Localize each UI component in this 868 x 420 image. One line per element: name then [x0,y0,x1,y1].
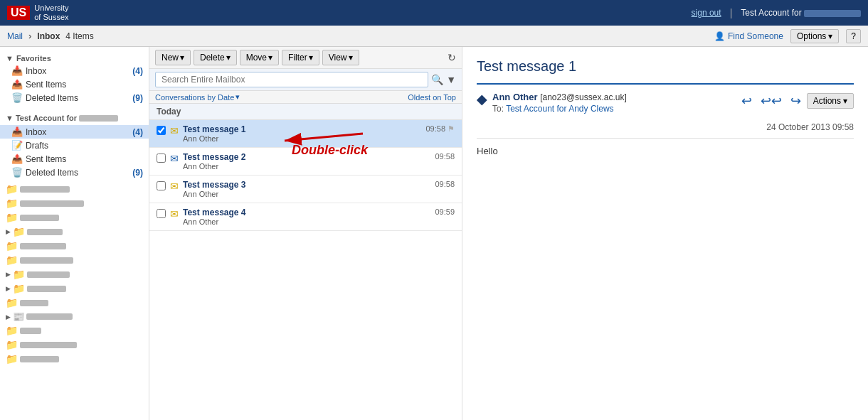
folder-item-4[interactable]: ▶ 📁 [0,225,149,239]
folder-3-label [20,215,59,221]
folder-item-1[interactable]: 📁 [0,182,149,196]
message-2-sender: Ann Other [183,162,430,171]
message-3-content: Test message 3 Ann Other [183,180,430,198]
email-header-actions: ↩ ↩↩ ↪ Actions ▾ [739,92,854,110]
folder-item-rss[interactable]: ▶ 📰 [0,310,149,323]
folder-7-label [27,271,70,278]
options-button[interactable]: Options ▾ [790,29,839,43]
reply-all-button[interactable]: ↩↩ [758,92,785,110]
view-chevron-icon: ▾ [349,53,353,63]
email-title: Test message 1 [477,58,854,75]
forward-button[interactable]: ↪ [788,92,804,110]
reading-pane: Test message 1 ◆ Ann Other [ano23@sussex… [462,47,868,420]
folder-item-3[interactable]: 📁 [0,210,149,225]
message-item-2[interactable]: ✉ Test message 2 Ann Other 09:58 [149,148,462,176]
drafts-account-icon: 📝 [11,140,23,151]
email-sender-info: Ann Other [ano23@sussex.ac.uk] To: Test … [492,92,739,114]
reply-button[interactable]: ↩ [739,92,755,110]
actions-menu-button[interactable]: Actions ▾ [807,93,854,109]
sent-account-icon: 📤 [11,154,23,164]
message-2-envelope-icon: ✉ [170,153,179,164]
message-4-subject: Test message 4 [183,208,430,217]
folder-item-10[interactable]: 📁 [0,323,149,338]
account-info: Test Account for [741,8,861,18]
filter-button[interactable]: Filter ▾ [282,50,319,65]
message-1-time: 09:58 [420,124,445,133]
new-chevron-icon: ▾ [180,53,184,63]
move-button[interactable]: Move ▾ [240,50,279,65]
folder-11-label [20,342,77,348]
folder-5-label [20,243,66,249]
delete-chevron-icon: ▾ [226,53,231,63]
message-4-content: Test message 4 Ann Other [183,208,430,226]
email-sender-email: [ano23@sussex.ac.uk] [540,92,627,102]
message-3-checkbox[interactable] [157,181,166,190]
deleted-favorites-icon: 🗑️ [11,92,23,103]
find-someone-link[interactable]: 👤 Find Someone [714,31,783,41]
inbox-count: 4 Items [65,31,93,41]
conversations-sort-link[interactable]: Conversations by Date ▾ [155,92,240,102]
message-3-subject: Test message 3 [183,180,430,190]
logo-box: US [7,6,30,20]
email-to: To: Test Account for Andy Clews [492,104,739,114]
folder-item-6[interactable]: 📁 [0,253,149,267]
folder-item-12[interactable]: 📁 [0,352,149,366]
sidebar-item-inbox-favorites[interactable]: 📥 Inbox (4) [0,64,149,77]
message-1-envelope-icon: ✉ [170,125,179,136]
message-1-checkbox[interactable] [157,126,166,135]
folder-item-7[interactable]: ▶ 📁 [0,267,149,281]
message-1-subject: Test message 1 [183,124,420,134]
folder-list: 📁 📁 📁 ▶ 📁 📁 📁 [0,182,149,366]
inbox-favorites-icon: 📥 [11,65,23,76]
email-sender-name: Ann Other [492,92,538,102]
message-list-panel: New ▾ Delete ▾ Move ▾ Filter ▾ View ▾ ↻ [149,47,462,420]
folder-2-icon: 📁 [6,198,18,209]
help-button[interactable]: ? [846,29,861,43]
email-to-address[interactable]: Test Account for Andy Clews [506,104,613,114]
mail-link[interactable]: Mail [7,31,23,41]
sidebar-item-deleted-account[interactable]: 🗑️ Deleted Items (9) [0,166,149,179]
folder-5-icon: 📁 [6,240,18,252]
folder-item-2[interactable]: 📁 [0,196,149,210]
triangle-rss: ▶ [6,313,11,321]
message-1-flag-icon[interactable]: ⚑ [448,124,455,134]
folder-12-icon: 📁 [6,353,18,365]
sidebar-item-inbox-account[interactable]: 📥 Inbox (4) [0,125,149,139]
message-4-time: 09:59 [430,208,455,216]
search-input[interactable] [155,72,428,87]
delete-button[interactable]: Delete ▾ [194,50,237,65]
folder-rss-label [26,313,73,320]
folder-10-label [20,328,41,334]
folder-item-8[interactable]: ▶ 📁 [0,281,149,296]
message-item-3[interactable]: ✉ Test message 3 Ann Other 09:58 [149,176,462,203]
message-2-checkbox[interactable] [157,154,166,163]
message-item-4[interactable]: ✉ Test message 4 Ann Other 09:59 [149,203,462,231]
sidebar-item-sent-account[interactable]: 📤 Sent Items [0,152,149,166]
university-name: Universityof Sussex [34,4,68,22]
folder-7-icon: 📁 [13,269,25,280]
sidebar-item-sent-favorites[interactable]: 📤 Sent Items [0,77,149,91]
new-button[interactable]: New ▾ [155,50,191,65]
search-submit-button[interactable]: 🔍 [431,74,443,85]
message-4-checkbox[interactable] [157,209,166,218]
date-group-today: Today [149,104,462,120]
options-chevron-icon: ▾ [828,31,832,41]
conversations-sort-chevron: ▾ [235,92,240,102]
sign-out-link[interactable]: sign out [692,8,721,18]
logo-area: US Universityof Sussex [7,4,69,22]
folder-item-11[interactable]: 📁 [0,338,149,352]
message-3-sender: Ann Other [183,190,430,198]
order-sort-link[interactable]: Oldest on Top [408,93,456,102]
deleted-account-icon: 🗑️ [11,167,23,178]
rss-icon: 📰 [13,311,24,322]
message-item-1[interactable]: ✉ Test message 1 Ann Other 09:58 ⚑ [149,120,462,148]
folder-item-9[interactable]: 📁 [0,296,149,310]
folder-9-icon: 📁 [6,297,18,308]
search-expand-button[interactable]: ▼ [446,74,456,85]
view-button[interactable]: View ▾ [322,50,359,65]
sidebar-item-drafts-account[interactable]: 📝 Drafts [0,139,149,152]
refresh-button[interactable]: ↻ [448,52,456,63]
favorites-header: ▼ Favorites [0,51,149,64]
folder-item-5[interactable]: 📁 [0,239,149,253]
sidebar-item-deleted-favorites[interactable]: 🗑️ Deleted Items (9) [0,91,149,104]
